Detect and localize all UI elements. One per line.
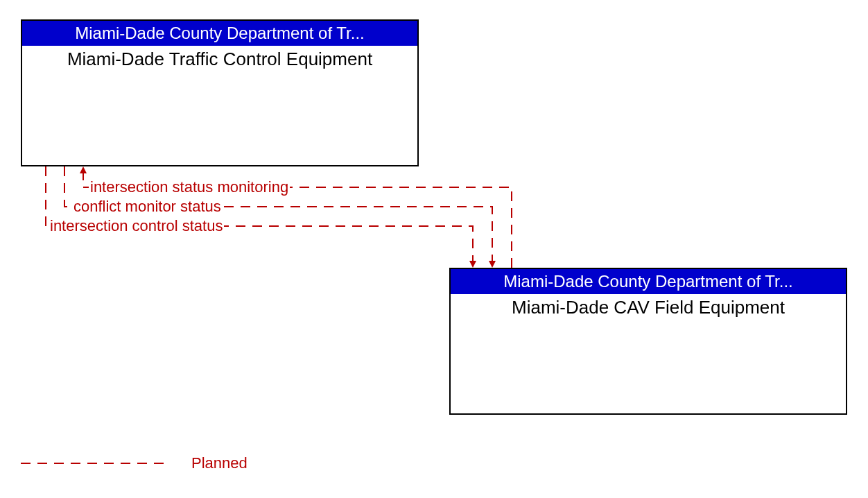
flow-label-intersection-status-monitoring: intersection status monitoring [89, 178, 290, 196]
flow-label-conflict-monitor-status: conflict monitor status [72, 198, 223, 216]
diagram-lines [0, 0, 868, 498]
flow-label-intersection-control-status: intersection control status [49, 217, 224, 235]
